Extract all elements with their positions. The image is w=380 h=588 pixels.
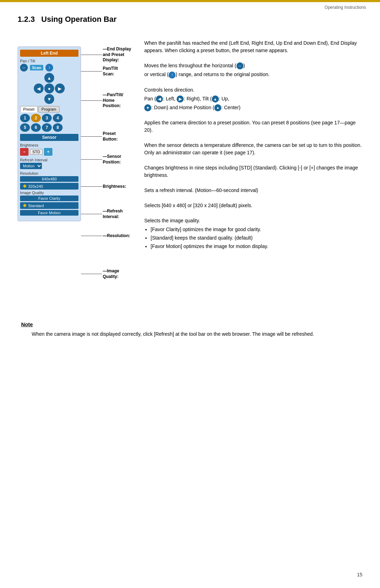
brightness-std: STD xyxy=(30,149,43,155)
desc-pan-tilt-scan: Moves the lens throughout the horizontal… xyxy=(144,62,362,80)
sensor-button[interactable]: Sensor xyxy=(20,134,78,141)
down-arrow-icon: ▼ xyxy=(144,104,151,111)
iq-favor-clarity[interactable]: Favor Clarity xyxy=(20,196,78,201)
description-table: When the pan/tilt has reached the end (L… xyxy=(144,36,362,258)
desc-preset-button: Applies the camera direction to a preset… xyxy=(144,119,362,135)
desc-end-display: When the pan/tilt has reached the end (L… xyxy=(144,39,362,56)
preset-8[interactable]: 8 xyxy=(53,123,63,132)
preset-3[interactable]: 3 xyxy=(42,114,52,122)
dpad-up[interactable]: ▲ xyxy=(44,73,54,83)
preset-6[interactable]: 6 xyxy=(31,123,41,132)
callout-end-display: —End Displayand PresetDisplay: xyxy=(81,47,131,63)
desc-brightness: Changes brightness in nine steps includi… xyxy=(144,164,362,180)
camera-panel: Left End Pan / Tilt ↔ Scan ↑ ▲ ◀ ● xyxy=(18,47,81,221)
desc-def-preset: Applies the camera direction to a preset… xyxy=(144,119,362,135)
dpad-empty-br xyxy=(55,94,65,104)
preset-1[interactable]: 1 xyxy=(20,114,30,122)
note-title: Note xyxy=(21,321,362,327)
res-320[interactable]: ✱ 320x240 xyxy=(20,183,78,190)
iq-bullet-3: [Favor Motion] optimizes the image for m… xyxy=(151,243,362,250)
dpad-left[interactable]: ◀ xyxy=(34,83,44,93)
dpad-empty-tl xyxy=(34,73,44,83)
desc-def-pan-tilt-home: Controls lens direction. Pan (◀: Left, ▶… xyxy=(144,86,362,113)
dpad-down[interactable]: ▼ xyxy=(44,94,54,104)
note-text: When the camera image is not displayed c… xyxy=(32,330,362,338)
section-heading: Using Operation Bar xyxy=(41,15,116,24)
iq-favor-motion[interactable]: Favor Motion xyxy=(20,210,78,216)
desc-pan-tilt-home: Controls lens direction. Pan (◀: Left, ▶… xyxy=(144,86,362,113)
res-640[interactable]: 640x480 xyxy=(20,176,78,182)
callout-resolution: —Resolution: xyxy=(81,233,130,239)
star-icon-iq: ✱ xyxy=(23,203,27,208)
brightness-minus[interactable]: − xyxy=(20,148,28,156)
callout-label-refresh: —RefreshInterval: xyxy=(103,209,123,219)
callout-label-end-display: —End Displayand PresetDisplay: xyxy=(103,47,131,62)
up-arrow-icon: ▲ xyxy=(212,95,219,103)
brightness-plus[interactable]: + xyxy=(44,148,52,156)
desc-resolution: Selects [640 x 480] or [320 x 240] (defa… xyxy=(144,202,362,211)
vertical-icon: ↑ xyxy=(169,72,176,79)
program-tab[interactable]: Program xyxy=(38,106,59,112)
desc-def-image-quality: Selects the image quality. [Favor Clarit… xyxy=(144,217,362,251)
vertical-scan-icon: ↑ xyxy=(45,64,53,72)
dpad-empty-tr xyxy=(55,73,65,83)
refresh-interval-label: Refresh Interval xyxy=(20,158,78,162)
iq-standard[interactable]: ✱ Standard xyxy=(20,202,78,209)
callout-label-pan-tilt-scan: Pan/TiltScan: xyxy=(103,66,118,76)
dpad-right[interactable]: ▶ xyxy=(55,83,65,93)
preset-tab[interactable]: Preset xyxy=(20,106,38,112)
preset-4[interactable]: 4 xyxy=(53,114,63,122)
left-end-display: Left End xyxy=(20,50,78,57)
callout-sensor: —SensorPosition: xyxy=(81,154,121,165)
section-number: 1.2.3 xyxy=(18,15,35,24)
dpad-empty-bl xyxy=(34,94,44,104)
callout-label-preset: PresetButton: xyxy=(103,131,118,142)
scan-button[interactable]: Scan xyxy=(30,65,43,70)
brightness-label: Brightness xyxy=(20,143,78,147)
callout-label-sensor: —SensorPosition: xyxy=(103,154,121,165)
desc-def-end-display: When the pan/tilt has reached the end (L… xyxy=(144,39,362,56)
page-number: 15 xyxy=(357,572,362,577)
horizontal-icon: ↔ xyxy=(236,62,243,69)
desc-sensor-position: When the sensor detects a temperature di… xyxy=(144,142,362,158)
motion-select[interactable]: Motion xyxy=(20,163,42,169)
desc-def-resolution: Selects [640 x 480] or [320 x 240] (defa… xyxy=(144,202,362,211)
horizontal-scan-icon: ↔ xyxy=(20,64,28,72)
section-title: 1.2.3 Using Operation Bar xyxy=(18,15,362,25)
callout-pan-tilt-home: —Pan/Tilt/HomePosition: xyxy=(81,92,123,109)
callout-label-pan-tilt-home: —Pan/Tilt/HomePosition: xyxy=(103,92,123,108)
callout-label-brightness: Brightness: xyxy=(103,184,126,189)
desc-def-brightness: Changes brightness in nine steps includi… xyxy=(144,164,362,180)
brightness-row: − STD + xyxy=(20,148,78,156)
callout-refresh: —RefreshInterval: xyxy=(81,209,123,219)
preset-grid: 1 2 3 4 5 6 7 8 xyxy=(20,114,78,132)
pan-tilt-scan-row: ↔ Scan ↑ xyxy=(20,64,78,72)
iq-bullet-2: [Standard] keeps the standard quality. (… xyxy=(151,234,362,242)
right-arrow-icon: ▶ xyxy=(177,95,184,103)
desc-def-sensor: When the sensor detects a temperature di… xyxy=(144,142,362,158)
home-icon: ● xyxy=(214,104,221,111)
iq-label: Image Quality xyxy=(20,191,78,195)
dpad: ▲ ◀ ● ▶ ▼ xyxy=(34,73,65,104)
callout-area: —End Displayand PresetDisplay: Pan/TiltS… xyxy=(81,47,137,311)
preset-5[interactable]: 5 xyxy=(20,123,30,132)
dpad-center[interactable]: ● xyxy=(44,83,54,93)
header: Operating Instructions xyxy=(0,2,380,11)
preset-program-tabs: Preset Program xyxy=(20,106,78,112)
preset-2[interactable]: 2 xyxy=(31,114,41,122)
callout-label-image-quality: —ImageQuality: xyxy=(103,268,119,279)
pan-tilt-label: Pan / Tilt xyxy=(20,59,78,63)
note-section: Note When the camera image is not displa… xyxy=(18,321,362,338)
callout-pan-tilt-scan: Pan/TiltScan: xyxy=(81,66,118,77)
callout-label-resolution: —Resolution: xyxy=(103,233,130,238)
desc-def-refresh: Sets a refresh interval. (Motion—60-seco… xyxy=(144,187,362,196)
callout-image-quality: —ImageQuality: xyxy=(81,268,119,279)
header-label: Operating Instructions xyxy=(325,5,366,10)
iq-bullet-1: [Favor Clarity] optimizes the image for … xyxy=(151,226,362,233)
left-arrow-icon: ◀ xyxy=(156,95,163,103)
preset-7[interactable]: 7 xyxy=(42,123,52,132)
image-quality-list: [Favor Clarity] optimizes the image for … xyxy=(151,226,362,250)
desc-refresh-interval: Sets a refresh interval. (Motion—60-seco… xyxy=(144,187,362,196)
resolution-label: Resolution xyxy=(20,171,78,175)
desc-image-quality: Selects the image quality. [Favor Clarit… xyxy=(144,217,362,251)
